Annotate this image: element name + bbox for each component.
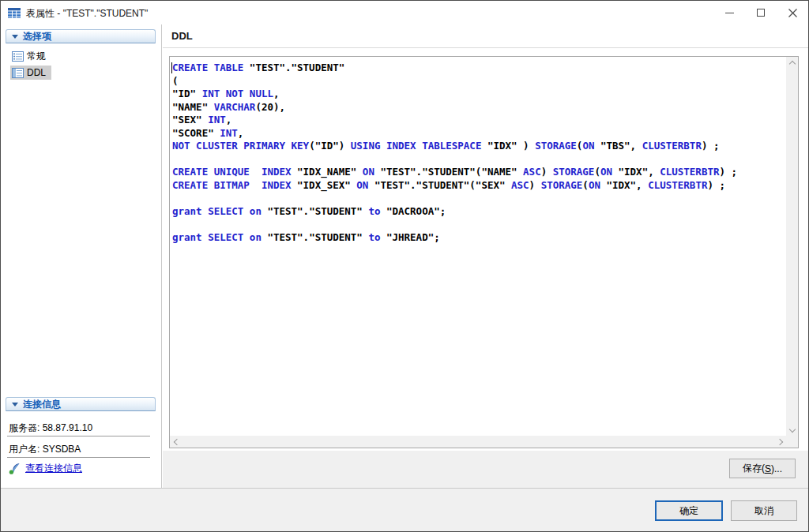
dialog-button-bar: 确定 取消 bbox=[1, 488, 808, 532]
close-button[interactable] bbox=[777, 1, 808, 24]
scroll-up-button[interactable] bbox=[786, 58, 798, 69]
section-header-connection[interactable]: 连接信息 bbox=[6, 397, 156, 411]
scroll-right-button[interactable] bbox=[773, 436, 785, 448]
ddl-code-editor[interactable]: CREATE TABLE "TEST"."STUDENT"("ID" INT N… bbox=[169, 56, 799, 448]
minimize-button[interactable] bbox=[713, 1, 745, 24]
page-title: DDL bbox=[171, 30, 193, 42]
collapse-triangle-icon bbox=[12, 403, 18, 406]
username-info: 用户名: SYSDBA bbox=[9, 443, 81, 456]
cancel-button[interactable]: 取消 bbox=[731, 500, 797, 521]
minimize-icon bbox=[725, 13, 734, 13]
code-line: NOT CLUSTER PRIMARY KEY("ID") USING INDE… bbox=[172, 140, 785, 153]
horizontal-scrollbar[interactable] bbox=[170, 436, 786, 448]
sidebar-item-ddl[interactable]: DDL bbox=[10, 66, 51, 80]
general-page-icon bbox=[12, 51, 24, 62]
code-line: CREATE UNIQUE INDEX "IDX_NAME" ON "TEST"… bbox=[172, 166, 785, 179]
code-line: grant SELECT on "TEST"."STUDENT" to "JHR… bbox=[172, 231, 785, 245]
chevron-down-icon bbox=[788, 425, 795, 432]
chevron-left-icon bbox=[173, 438, 179, 444]
connection-info-icon bbox=[9, 463, 21, 474]
code-line bbox=[172, 153, 785, 167]
section-header-selection[interactable]: 选择项 bbox=[6, 29, 156, 43]
separator bbox=[7, 457, 150, 458]
code-line: CREATE BITMAP INDEX "IDX_SEX" ON "TEST".… bbox=[172, 179, 785, 193]
view-connection-row: 查看连接信息 bbox=[9, 462, 82, 475]
ddl-page-icon bbox=[12, 68, 24, 78]
code-line: "NAME" VARCHAR(20), bbox=[172, 101, 785, 114]
code-line bbox=[172, 192, 785, 205]
main-panel: DDL CREATE TABLE "TEST"."STUDENT"("ID" I… bbox=[163, 24, 808, 488]
save-button-label: 保存( bbox=[743, 462, 765, 475]
close-icon bbox=[788, 9, 797, 17]
selection-section-label: 选择项 bbox=[23, 30, 51, 43]
sidebar-item-general-label: 常规 bbox=[27, 50, 46, 63]
code-line bbox=[172, 218, 785, 231]
code-line: ( bbox=[172, 75, 785, 88]
code-line: "SCORE" INT, bbox=[172, 127, 785, 140]
chevron-up-icon bbox=[788, 60, 795, 66]
editor-footer: 保存(S)... bbox=[163, 451, 808, 488]
scrollbar-corner bbox=[786, 436, 798, 448]
vertical-scrollbar[interactable] bbox=[786, 57, 798, 436]
connection-section-label: 连接信息 bbox=[23, 398, 61, 411]
ddl-header: DDL bbox=[163, 24, 808, 48]
scroll-left-button[interactable] bbox=[171, 436, 182, 448]
maximize-icon bbox=[757, 9, 765, 17]
separator bbox=[7, 436, 150, 436]
view-connection-link[interactable]: 查看连接信息 bbox=[25, 462, 82, 475]
save-button-label-suffix: )... bbox=[771, 463, 782, 474]
table-icon bbox=[8, 8, 21, 18]
sidebar-item-general[interactable]: 常规 bbox=[10, 48, 51, 65]
selection-list: 常规 DDL bbox=[10, 48, 51, 81]
maximize-button[interactable] bbox=[745, 1, 777, 24]
title-bar[interactable]: 表属性 - "TEST"."STUDENT" bbox=[1, 1, 808, 24]
code-line: grant SELECT on "TEST"."STUDENT" to "DAC… bbox=[172, 205, 785, 219]
code-line: CREATE TABLE "TEST"."STUDENT" bbox=[172, 62, 785, 75]
ok-button[interactable]: 确定 bbox=[655, 500, 723, 521]
table-properties-dialog: 表属性 - "TEST"."STUDENT" 选择项 bbox=[0, 0, 809, 532]
sidebar: 选择项 常规 bbox=[1, 24, 162, 488]
ddl-code-text[interactable]: CREATE TABLE "TEST"."STUDENT"("ID" INT N… bbox=[172, 62, 785, 434]
code-line: "ID" INT NOT NULL, bbox=[172, 88, 785, 101]
save-button[interactable]: 保存(S)... bbox=[729, 459, 796, 478]
code-line: "SEX" INT, bbox=[172, 114, 785, 127]
server-info: 服务器: 58.87.91.10 bbox=[9, 421, 92, 435]
chevron-right-icon bbox=[776, 438, 782, 444]
scroll-down-button[interactable] bbox=[786, 423, 798, 435]
collapse-triangle-icon bbox=[12, 35, 18, 39]
save-button-accesskey: S bbox=[765, 463, 771, 474]
sidebar-item-ddl-label: DDL bbox=[27, 67, 46, 78]
window-title: 表属性 - "TEST"."STUDENT" bbox=[26, 7, 148, 21]
